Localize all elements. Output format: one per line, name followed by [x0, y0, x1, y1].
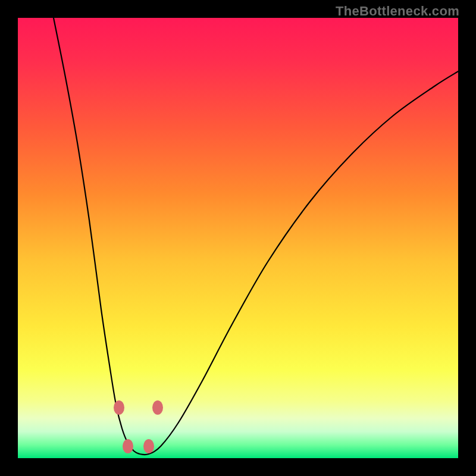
- watermark-text: TheBottleneck.com: [336, 4, 459, 19]
- plot-frame: [18, 18, 458, 458]
- curve-marker: [114, 400, 124, 415]
- curve-marker: [123, 439, 133, 453]
- bottleneck-curve: [18, 18, 458, 458]
- curve-marker: [152, 400, 163, 415]
- curve-marker: [143, 439, 154, 453]
